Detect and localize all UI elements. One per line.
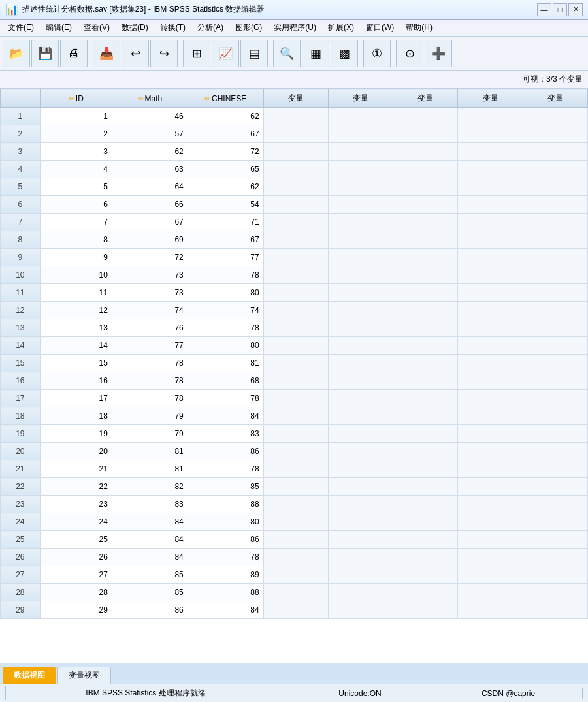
cell-math[interactable]: 83 xyxy=(112,496,188,513)
row-number[interactable]: 29 xyxy=(1,601,41,619)
cell-empty-var1[interactable] xyxy=(263,478,328,496)
cell-empty-var3[interactable] xyxy=(393,407,458,425)
cell-empty-var3[interactable] xyxy=(393,443,458,460)
row-number[interactable]: 13 xyxy=(1,319,41,337)
cell-empty-var4[interactable] xyxy=(458,531,523,549)
cell-chinese[interactable]: 77 xyxy=(188,249,263,266)
cell-math[interactable]: 66 xyxy=(112,196,188,214)
cell-math[interactable]: 63 xyxy=(112,161,188,178)
cell-empty-var4[interactable] xyxy=(458,496,523,513)
cell-empty-var4[interactable] xyxy=(458,161,523,178)
cell-id[interactable]: 16 xyxy=(40,372,112,390)
tab-variable-view[interactable]: 变量视图 xyxy=(57,667,111,684)
cell-chinese[interactable]: 65 xyxy=(188,161,263,178)
cell-math[interactable]: 84 xyxy=(112,513,188,531)
cell-empty-var1[interactable] xyxy=(263,390,328,407)
cell-empty-var2[interactable] xyxy=(328,355,393,372)
cell-empty-var1[interactable] xyxy=(263,266,328,284)
row-number[interactable]: 11 xyxy=(1,284,41,302)
cell-empty-var5[interactable] xyxy=(523,214,587,231)
row-number[interactable]: 6 xyxy=(1,196,41,214)
cell-empty-var5[interactable] xyxy=(523,443,587,460)
cell-empty-var5[interactable] xyxy=(523,337,587,355)
cell-empty-var4[interactable] xyxy=(458,249,523,266)
cell-empty-var1[interactable] xyxy=(263,249,328,266)
cell-empty-var3[interactable] xyxy=(393,125,458,143)
cell-empty-var5[interactable] xyxy=(523,496,587,513)
cell-math[interactable]: 72 xyxy=(112,249,188,266)
cell-empty-var3[interactable] xyxy=(393,372,458,390)
cell-empty-var4[interactable] xyxy=(458,549,523,566)
row-number[interactable]: 14 xyxy=(1,337,41,355)
cell-id[interactable]: 1 xyxy=(40,108,112,125)
cell-empty-var1[interactable] xyxy=(263,161,328,178)
cell-empty-var5[interactable] xyxy=(523,601,587,619)
row-number[interactable]: 20 xyxy=(1,443,41,460)
cell-empty-var1[interactable] xyxy=(263,549,328,566)
cell-math[interactable]: 62 xyxy=(112,143,188,161)
cell-chinese[interactable]: 68 xyxy=(188,372,263,390)
cell-chinese[interactable]: 62 xyxy=(188,178,263,196)
row-number[interactable]: 7 xyxy=(1,214,41,231)
cell-empty-var5[interactable] xyxy=(523,372,587,390)
cell-empty-var1[interactable] xyxy=(263,214,328,231)
cell-empty-var5[interactable] xyxy=(523,125,587,143)
cell-empty-var4[interactable] xyxy=(458,302,523,319)
cell-empty-var2[interactable] xyxy=(328,496,393,513)
cell-math[interactable]: 78 xyxy=(112,372,188,390)
row-number[interactable]: 16 xyxy=(1,372,41,390)
cell-math[interactable]: 74 xyxy=(112,302,188,319)
row-number[interactable]: 10 xyxy=(1,266,41,284)
row-number[interactable]: 22 xyxy=(1,478,41,496)
cell-empty-var1[interactable] xyxy=(263,425,328,443)
row-number[interactable]: 19 xyxy=(1,425,41,443)
cell-empty-var3[interactable] xyxy=(393,178,458,196)
col-header-var3[interactable]: 变量 xyxy=(393,89,458,108)
redo-btn[interactable]: ↪ xyxy=(150,40,178,67)
cell-empty-var2[interactable] xyxy=(328,249,393,266)
cell-empty-var1[interactable] xyxy=(263,496,328,513)
cell-id[interactable]: 14 xyxy=(40,337,112,355)
cell-empty-var4[interactable] xyxy=(458,372,523,390)
cell-empty-var4[interactable] xyxy=(458,460,523,478)
cell-empty-var5[interactable] xyxy=(523,513,587,531)
row-number[interactable]: 12 xyxy=(1,302,41,319)
cell-empty-var3[interactable] xyxy=(393,266,458,284)
cell-id[interactable]: 2 xyxy=(40,125,112,143)
cell-math[interactable]: 79 xyxy=(112,407,188,425)
col-header-id[interactable]: ✏ID xyxy=(40,89,112,108)
menu-item-扩展X[interactable]: 扩展(X) xyxy=(323,21,359,35)
cell-chinese[interactable]: 78 xyxy=(188,460,263,478)
cell-empty-var1[interactable] xyxy=(263,355,328,372)
cell-id[interactable]: 13 xyxy=(40,319,112,337)
cell-empty-var3[interactable] xyxy=(393,108,458,125)
cell-chinese[interactable]: 62 xyxy=(188,108,263,125)
cell-id[interactable]: 4 xyxy=(40,161,112,178)
row-number[interactable]: 2 xyxy=(1,125,41,143)
cell-id[interactable]: 15 xyxy=(40,355,112,372)
menu-item-帮助H[interactable]: 帮助(H) xyxy=(400,21,438,35)
cell-math[interactable]: 77 xyxy=(112,337,188,355)
cell-empty-var2[interactable] xyxy=(328,425,393,443)
cell-empty-var2[interactable] xyxy=(328,531,393,549)
cell-empty-var2[interactable] xyxy=(328,196,393,214)
cell-empty-var2[interactable] xyxy=(328,513,393,531)
link-btn[interactable]: ⊙ xyxy=(396,40,423,67)
cell-chinese[interactable]: 81 xyxy=(188,355,263,372)
cell-empty-var2[interactable] xyxy=(328,478,393,496)
cell-empty-var2[interactable] xyxy=(328,302,393,319)
cell-empty-var2[interactable] xyxy=(328,231,393,249)
cell-math[interactable]: 73 xyxy=(112,284,188,302)
cell-math[interactable]: 73 xyxy=(112,266,188,284)
cell-math[interactable]: 64 xyxy=(112,178,188,196)
cell-empty-var5[interactable] xyxy=(523,531,587,549)
cell-empty-var4[interactable] xyxy=(458,407,523,425)
menu-item-窗口W[interactable]: 窗口(W) xyxy=(361,21,399,35)
cell-empty-var1[interactable] xyxy=(263,513,328,531)
cell-id[interactable]: 7 xyxy=(40,214,112,231)
cell-empty-var2[interactable] xyxy=(328,584,393,601)
cell-chinese[interactable]: 84 xyxy=(188,407,263,425)
col-header-var1[interactable]: 变量 xyxy=(263,89,328,108)
open-btn[interactable]: 📂 xyxy=(3,40,30,67)
var-btn[interactable]: ① xyxy=(363,40,391,67)
